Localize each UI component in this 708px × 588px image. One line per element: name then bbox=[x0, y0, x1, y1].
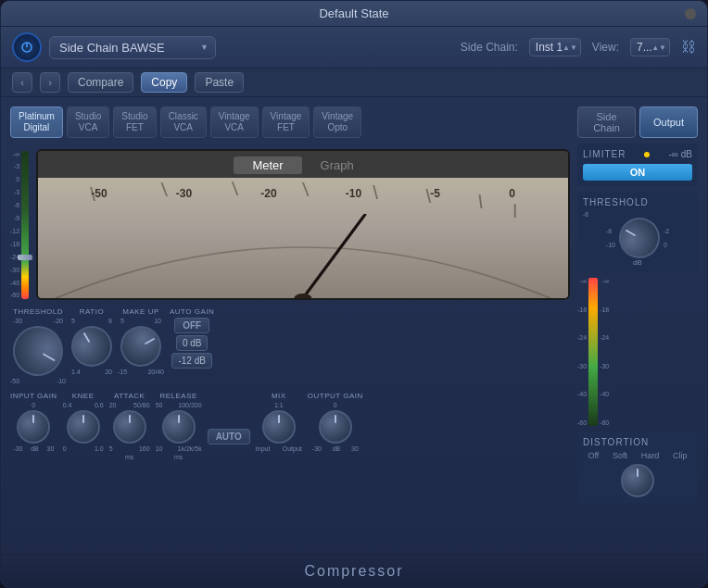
auto-gain-off-button[interactable]: OFF bbox=[174, 318, 209, 333]
type-btn-studio-fet[interactable]: StudioFET bbox=[113, 106, 156, 138]
knee-knob[interactable] bbox=[67, 410, 100, 444]
svg-line-3 bbox=[162, 182, 168, 196]
meter-tabs: Meter Graph bbox=[38, 151, 568, 178]
release-knob-group: RELEASE 50 100/200 10 1k/2k/5k ms bbox=[156, 392, 202, 460]
auto-button[interactable]: AUTO bbox=[208, 429, 250, 444]
limiter-on-button[interactable]: ON bbox=[583, 164, 692, 181]
output-gain-label: OUTPUT GAIN bbox=[308, 392, 363, 400]
knobs-row-2: INPUT GAIN 0 -30 dB 30 KNEE bbox=[10, 392, 570, 460]
output-gain-knob-group: OUTPUT GAIN 0 -30 dB 30 bbox=[308, 392, 363, 452]
output-gain-knob[interactable] bbox=[319, 410, 352, 444]
attack-knob-group: ATTACK 20 50/80 5 160 ms bbox=[109, 392, 150, 460]
distortion-knob[interactable] bbox=[621, 464, 654, 497]
type-btn-platinum[interactable]: PlatinumDigital bbox=[10, 106, 63, 138]
ratio-label: RATIO bbox=[80, 307, 104, 316]
input-gain-knob-group: INPUT GAIN 0 -30 dB 30 bbox=[10, 392, 57, 452]
close-button[interactable] bbox=[685, 8, 696, 19]
vu-meter-right bbox=[588, 278, 598, 426]
tab-meter[interactable]: Meter bbox=[234, 156, 301, 174]
distortion-label: DISTORTION bbox=[583, 437, 692, 447]
input-gain-strip: -∞ -3 0 -3 -6 -9 -12 -18 -24 -30 -40 -60 bbox=[10, 149, 29, 300]
main-content: PlatinumDigital StudioVCA StudioFET Clas… bbox=[1, 97, 707, 555]
limiter-header: LIMITER -∞ dB bbox=[583, 149, 692, 159]
mix-knob-group: MIX 1:1 Input Output bbox=[256, 392, 302, 452]
copy-button[interactable]: Copy bbox=[141, 72, 187, 93]
type-btn-classic-vca[interactable]: ClassicVCA bbox=[160, 106, 207, 138]
mix-knob[interactable] bbox=[262, 410, 296, 444]
input-gain-knob[interactable] bbox=[17, 410, 50, 444]
auto-gain-label: AUTO GAIN bbox=[170, 307, 214, 316]
type-btn-vintage-vca[interactable]: VintageVCA bbox=[210, 106, 259, 138]
svg-line-5 bbox=[303, 182, 309, 196]
top-controls: Side Chain BAWSE Side Chain: Inst 1 ▲▼ V… bbox=[1, 27, 707, 69]
svg-line-4 bbox=[233, 181, 238, 195]
auto-gain-minus12-button[interactable]: -12 dB bbox=[171, 353, 211, 369]
limiter-db-value: -∞ dB bbox=[669, 149, 692, 159]
app-name: Compressor bbox=[304, 563, 403, 579]
title-bar: Default State bbox=[1, 1, 707, 27]
right-vu-scale-right: -∞ -18 -24 -30 -40 -60 bbox=[600, 278, 609, 426]
nav-bar: ‹ › Compare Copy Paste bbox=[1, 69, 707, 97]
release-knob[interactable] bbox=[162, 410, 196, 444]
makeup-knob[interactable] bbox=[113, 319, 169, 374]
distortion-section: DISTORTION Off Soft Hard Clip bbox=[577, 432, 698, 503]
nav-prev-button[interactable]: ‹ bbox=[12, 72, 32, 93]
power-button[interactable] bbox=[12, 32, 42, 62]
link-icon[interactable]: ⛓ bbox=[681, 39, 696, 56]
knee-label: KNEE bbox=[72, 392, 95, 400]
type-selector: PlatinumDigital StudioVCA StudioFET Clas… bbox=[10, 106, 570, 138]
knee-knob-group: KNEE 0.4 0.6 0 1.0 bbox=[63, 392, 104, 452]
threshold-knob[interactable] bbox=[4, 317, 72, 385]
side-chain-panel-button[interactable]: Side Chain bbox=[577, 106, 636, 138]
meter-gauge: -50 -30 -20 -10 -5 0 bbox=[38, 178, 568, 298]
vu-needle-left bbox=[18, 255, 32, 260]
type-btn-studio-vca[interactable]: StudioVCA bbox=[67, 106, 109, 138]
limiter-section: LIMITER -∞ dB ON bbox=[577, 144, 698, 186]
meter-area: -∞ -3 0 -3 -6 -9 -12 -18 -24 -30 -40 -60 bbox=[10, 149, 570, 300]
center-column: PlatinumDigital StudioVCA StudioFET Clas… bbox=[10, 106, 570, 545]
svg-line-7 bbox=[427, 189, 431, 203]
type-btn-vintage-fet[interactable]: VintageFET bbox=[262, 106, 310, 138]
compare-button[interactable]: Compare bbox=[68, 72, 133, 93]
vu-meter-left bbox=[21, 151, 29, 299]
auto-button-group: AUTO bbox=[208, 392, 250, 444]
svg-line-10 bbox=[303, 215, 365, 298]
nav-next-button[interactable]: › bbox=[40, 72, 60, 93]
threshold-right-section: THRESHOLD -6 -8 -10 -2 0 bbox=[577, 192, 698, 272]
threshold-right-label: THRESHOLD bbox=[583, 197, 692, 207]
mix-label: MIX bbox=[272, 392, 286, 400]
distortion-modes: Off Soft Hard Clip bbox=[583, 451, 692, 460]
attack-knob[interactable] bbox=[113, 410, 146, 444]
full-layout: PlatinumDigital StudioVCA StudioFET Clas… bbox=[10, 106, 698, 545]
side-chain-label: Side Chain: bbox=[461, 41, 518, 54]
output-panel-button[interactable]: Output bbox=[639, 106, 698, 138]
limiter-label: LIMITER bbox=[583, 149, 626, 159]
window-title: Default State bbox=[319, 6, 388, 20]
ratio-knob[interactable] bbox=[64, 319, 120, 374]
preset-dropdown[interactable]: Side Chain BAWSE bbox=[49, 36, 216, 59]
meter-arc-svg bbox=[38, 178, 568, 298]
view-select[interactable]: 7... bbox=[630, 38, 670, 56]
right-panel: Side Chain Output LIMITER -∞ dB ON THRES… bbox=[577, 106, 698, 545]
threshold-knob-group: THRESHOLD -30 -20 -50 -10 bbox=[10, 307, 66, 384]
type-btn-vintage-opto[interactable]: VintageOpto bbox=[313, 106, 361, 138]
auto-gain-section: AUTO GAIN OFF 0 dB -12 dB bbox=[170, 307, 214, 369]
side-chain-select[interactable]: Inst 1 bbox=[529, 38, 581, 56]
tab-graph[interactable]: Graph bbox=[302, 156, 373, 174]
mix-output-group: MIX 1:1 Input Output OUTPUT GAIN 0 bbox=[256, 392, 363, 452]
preset-selector-wrapper: Side Chain BAWSE bbox=[49, 36, 216, 59]
panel-buttons: Side Chain Output bbox=[577, 106, 698, 138]
svg-point-11 bbox=[295, 294, 312, 298]
input-gain-scale: -∞ -3 0 -3 -6 -9 -12 -18 -24 -30 -40 -60 bbox=[10, 151, 19, 299]
attack-label: ATTACK bbox=[114, 392, 145, 400]
auto-gain-0db-button[interactable]: 0 dB bbox=[176, 335, 209, 351]
right-vu-scale: -∞ -18 -24 -30 -40 -60 bbox=[577, 278, 587, 426]
ratio-knob-group: RATIO 5 8 1.4 20 bbox=[71, 307, 112, 375]
input-gain-label: INPUT GAIN bbox=[10, 392, 57, 400]
right-vu-section: -∞ -18 -24 -30 -40 -60 -∞ -18 -24 -30 -4… bbox=[577, 278, 698, 426]
top-left: Side Chain BAWSE bbox=[12, 32, 216, 62]
makeup-label: MAKE UP bbox=[122, 307, 159, 316]
footer: Compressor bbox=[1, 555, 707, 587]
paste-button[interactable]: Paste bbox=[195, 72, 244, 93]
top-right: Side Chain: Inst 1 ▲▼ View: 7... ▲▼ ⛓ bbox=[461, 38, 696, 56]
